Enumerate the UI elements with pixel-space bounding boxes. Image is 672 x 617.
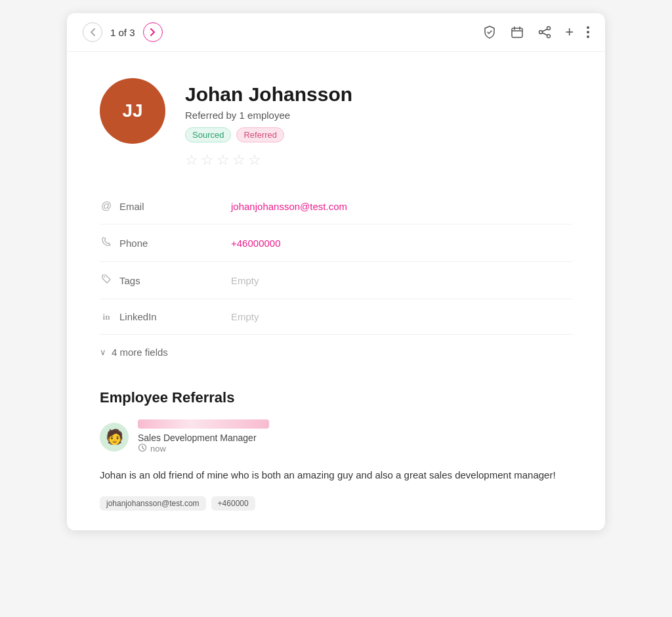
nav-right: + <box>482 24 589 41</box>
avatar: JJ <box>100 78 165 144</box>
top-navigation: 1 of 3 <box>67 13 605 52</box>
email-value[interactable]: johanjohansson@test.com <box>231 201 347 212</box>
sourced-badge: Sourced <box>185 127 231 142</box>
referral-meta: Sales Development Manager now <box>138 419 269 454</box>
star-5[interactable]: ☆ <box>248 152 261 169</box>
profile-info: Johan Johansson Referred by 1 employee S… <box>185 78 572 169</box>
shield-icon[interactable] <box>482 25 497 39</box>
phone-value[interactable]: +46000000 <box>231 238 281 249</box>
referral-card: 🧑 Sales Development Manager now <box>100 419 572 511</box>
svg-point-2 <box>539 31 543 34</box>
email-icon: @ <box>100 200 113 212</box>
referrer-name-blurred <box>138 419 269 429</box>
more-fields-label: 4 more fields <box>112 347 168 358</box>
nav-left: 1 of 3 <box>83 22 163 42</box>
linkedin-label-text: LinkedIn <box>119 311 157 322</box>
referred-badge: Referred <box>236 127 284 142</box>
star-rating[interactable]: ☆ ☆ ☆ ☆ ☆ <box>185 152 572 169</box>
linkedin-icon: in <box>100 312 113 322</box>
svg-point-4 <box>104 276 105 278</box>
calendar-icon[interactable] <box>510 25 524 39</box>
star-3[interactable]: ☆ <box>217 152 230 169</box>
referral-header: 🧑 Sales Development Manager now <box>100 419 572 454</box>
referrals-section: Employee Referrals 🧑 Sales Development M… <box>67 370 605 530</box>
badges-container: Sourced Referred <box>185 127 572 142</box>
referrer-avatar: 🧑 <box>100 423 129 452</box>
referral-tag-phone: +460000 <box>211 496 255 511</box>
phone-field-row: Phone +46000000 <box>100 224 572 262</box>
phone-label-text: Phone <box>119 238 148 249</box>
tags-label-text: Tags <box>119 275 140 286</box>
chevron-down-icon: ∨ <box>100 347 106 357</box>
email-field-row: @ Email johanjohansson@test.com <box>100 188 572 224</box>
clock-icon <box>138 443 147 454</box>
share-icon[interactable] <box>537 25 552 39</box>
referral-tag-email: johanjohansson@test.com <box>100 496 206 511</box>
prev-button[interactable] <box>83 22 102 42</box>
candidate-name: Johan Johansson <box>185 83 572 106</box>
next-button[interactable] <box>143 22 163 42</box>
tags-field-row: Tags Empty <box>100 262 572 299</box>
page-counter: 1 of 3 <box>110 27 135 38</box>
referral-comment: Johan is an old friend of mine who is bo… <box>100 467 572 483</box>
linkedin-value: Empty <box>231 311 259 322</box>
phone-icon <box>100 236 113 249</box>
fields-section: @ Email johanjohansson@test.com Phone +4… <box>67 188 605 370</box>
referrals-title: Employee Referrals <box>100 389 572 406</box>
referral-tags: johanjohansson@test.com +460000 <box>100 496 572 511</box>
linkedin-field-row: in LinkedIn Empty <box>100 299 572 335</box>
svg-point-1 <box>547 27 551 30</box>
linkedin-label: in LinkedIn <box>100 311 231 322</box>
tags-label: Tags <box>100 274 231 287</box>
referral-time-text: now <box>150 444 166 454</box>
star-4[interactable]: ☆ <box>232 152 245 169</box>
referral-job-title: Sales Development Manager <box>138 433 269 443</box>
profile-subtitle: Referred by 1 employee <box>185 110 572 121</box>
phone-label: Phone <box>100 236 231 249</box>
more-menu-button[interactable] <box>587 26 589 38</box>
email-label-text: Email <box>119 201 144 212</box>
profile-section: JJ Johan Johansson Referred by 1 employe… <box>67 52 605 188</box>
add-button[interactable]: + <box>565 24 574 41</box>
referral-time: now <box>138 443 269 454</box>
svg-rect-0 <box>512 28 522 37</box>
star-1[interactable]: ☆ <box>185 152 198 169</box>
email-label: @ Email <box>100 200 231 212</box>
more-fields-toggle[interactable]: ∨ 4 more fields <box>100 335 572 370</box>
svg-point-3 <box>547 35 551 38</box>
main-card: 1 of 3 <box>67 13 605 530</box>
tags-value: Empty <box>231 275 259 286</box>
tags-icon <box>100 274 113 287</box>
star-2[interactable]: ☆ <box>201 152 214 169</box>
